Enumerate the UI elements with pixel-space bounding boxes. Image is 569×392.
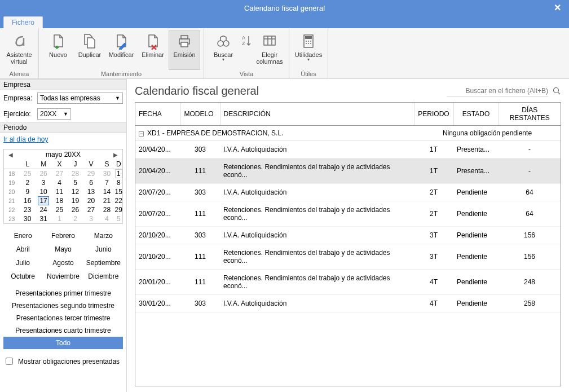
cal-day[interactable]: 26	[36, 169, 52, 179]
col-header[interactable]: FECHA	[135, 103, 180, 126]
collapse-icon[interactable]: −	[139, 131, 144, 136]
cal-day[interactable]: 18	[51, 196, 67, 205]
ribbon-sort-button[interactable]: AZ	[239, 30, 254, 70]
cal-day[interactable]: 14	[99, 187, 115, 196]
month-enero[interactable]: Enero	[3, 230, 42, 242]
cal-day[interactable]: 8	[115, 178, 122, 187]
col-header[interactable]: PERIODO	[414, 103, 453, 126]
cal-day[interactable]: 5	[68, 178, 83, 187]
cal-day[interactable]: 19	[68, 196, 83, 205]
ejercicio-select[interactable]: 20XX ▼	[37, 108, 71, 120]
preset-item[interactable]: Todo	[3, 337, 123, 349]
preset-item[interactable]: Presentaciones cuarto trimestre	[3, 324, 123, 337]
preset-item[interactable]: Presentaciones tercer trimestre	[3, 312, 123, 324]
month-febrero[interactable]: Febrero	[43, 230, 82, 242]
preset-item[interactable]: Presentaciones primer trimestre	[3, 287, 123, 299]
table-row[interactable]: 20/07/20...111Retenciones. Rendimientos …	[135, 201, 561, 227]
month-marzo[interactable]: Marzo	[84, 230, 123, 242]
ribbon-duplicar-button[interactable]: Duplicar	[74, 30, 105, 70]
group-row[interactable]: −XD1 - EMPRESA DE DEMOSTRACION, S.L.Ning…	[135, 126, 561, 141]
cal-prev-icon[interactable]: ◀	[6, 152, 15, 158]
cal-day[interactable]: 23	[20, 205, 36, 214]
month-septiembre[interactable]: Septiembre	[84, 257, 123, 269]
cal-day[interactable]: 29	[83, 169, 99, 179]
cal-day[interactable]: 16	[20, 196, 36, 205]
col-header[interactable]: ESTADO	[453, 103, 499, 126]
search-input[interactable]	[447, 86, 548, 96]
cal-day[interactable]: 15	[115, 187, 122, 196]
month-julio[interactable]: Julio	[3, 257, 42, 269]
cal-day[interactable]: 17	[36, 196, 52, 205]
cal-day[interactable]: 10	[36, 187, 52, 196]
cal-day[interactable]: 11	[51, 187, 67, 196]
table-row[interactable]: 20/04/20...111Retenciones. Rendimientos …	[135, 158, 561, 184]
cal-day[interactable]: 7	[99, 178, 115, 187]
cal-day[interactable]: 24	[36, 205, 52, 214]
month-agosto[interactable]: Agosto	[43, 257, 82, 269]
table-row[interactable]: 20/10/20...303I.V.A. Autoliquidación3TPe…	[135, 227, 561, 244]
cal-day[interactable]: 9	[20, 187, 36, 196]
ribbon-nuevo-button[interactable]: Nuevo	[42, 30, 74, 70]
table-row[interactable]: 20/07/20...303I.V.A. Autoliquidación2TPe…	[135, 184, 561, 201]
table-row[interactable]: 30/01/20...303I.V.A. Autoliquidación4TPe…	[135, 295, 561, 312]
calendar-grid[interactable]: LMXJVSD182526272829301192345678209101112…	[4, 160, 122, 223]
cal-day[interactable]: 2	[20, 178, 36, 187]
cal-day[interactable]: 27	[51, 169, 67, 179]
cal-day[interactable]: 13	[83, 187, 99, 196]
cal-day[interactable]: 28	[99, 205, 115, 214]
cal-day[interactable]: 3	[83, 214, 99, 223]
cal-day[interactable]: 21	[99, 196, 115, 205]
cal-day[interactable]: 25	[51, 205, 67, 214]
search-icon[interactable]	[553, 87, 561, 95]
ribbon-utilidades-button[interactable]: Utilidades▾	[293, 30, 324, 70]
cal-day[interactable]: 3	[36, 178, 52, 187]
cal-day[interactable]: 2	[68, 214, 83, 223]
cal-day[interactable]: 29	[115, 205, 122, 214]
cal-day[interactable]: 1	[51, 214, 67, 223]
today-link[interactable]: Ir al día de hoy	[3, 135, 48, 143]
ribbon-columnas-button[interactable]: Elegir columnas	[254, 30, 285, 70]
cal-day[interactable]: 25	[20, 169, 36, 179]
cal-day[interactable]: 30	[20, 214, 36, 223]
cal-day[interactable]: 20	[83, 196, 99, 205]
show-presented-label: Mostrar obligaciones presentadas	[18, 358, 120, 365]
table-row[interactable]: 20/10/20...111Retenciones. Rendimientos …	[135, 244, 561, 270]
month-noviembre[interactable]: Noviembre	[43, 270, 82, 283]
tab-fichero[interactable]: Fichero	[3, 16, 43, 28]
col-header[interactable]: DÍAS RESTANTES	[499, 103, 561, 126]
preset-item[interactable]: Presentaciones segundo trimestre	[3, 299, 123, 312]
cal-next-icon[interactable]: ▶	[111, 152, 120, 158]
col-header[interactable]: DESCRIPCIÓN	[220, 103, 414, 126]
ribbon-eliminar-button[interactable]: Eliminar	[137, 30, 169, 70]
cal-day[interactable]: 30	[99, 169, 115, 179]
show-presented-checkbox[interactable]	[6, 358, 13, 365]
cal-day[interactable]: 28	[68, 169, 83, 179]
month-junio[interactable]: Junio	[84, 243, 123, 256]
month-diciembre[interactable]: Diciembre	[84, 270, 123, 283]
cal-day[interactable]: 22	[115, 196, 122, 205]
cell-modelo: 111	[180, 158, 220, 184]
table-row[interactable]: 20/04/20...303I.V.A. Autoliquidación1TPr…	[135, 141, 561, 158]
month-abril[interactable]: Abril	[3, 243, 42, 256]
table-row[interactable]: 20/01/20...111Retenciones. Rendimientos …	[135, 270, 561, 295]
col-header[interactable]: MODELO	[180, 103, 220, 126]
cal-day[interactable]: 31	[36, 214, 52, 223]
cal-day[interactable]: 26	[68, 205, 83, 214]
ribbon-modificar-button[interactable]: Modificar	[105, 30, 137, 70]
close-icon[interactable]: ✕	[550, 2, 564, 13]
month-octubre[interactable]: Octubre	[3, 270, 42, 283]
cal-day[interactable]: 1	[115, 169, 122, 179]
ribbon-group-atenea-label: Atenea	[3, 70, 35, 77]
cell-fecha: 20/04/20...	[135, 141, 180, 158]
cal-day[interactable]: 5	[115, 214, 122, 223]
ribbon-buscar-button[interactable]: Buscar▾	[208, 30, 239, 70]
cal-day[interactable]: 4	[99, 214, 115, 223]
cal-day[interactable]: 12	[68, 187, 83, 196]
ribbon-asistente-button[interactable]: Asistente virtual	[3, 30, 35, 70]
empresa-select[interactable]: Todas las empresas ▼	[37, 93, 123, 104]
cal-day[interactable]: 6	[83, 178, 99, 187]
month-mayo[interactable]: Mayo	[43, 243, 82, 256]
cal-day[interactable]: 4	[51, 178, 67, 187]
ribbon-emision-button[interactable]: Emisión	[169, 30, 200, 70]
cal-day[interactable]: 27	[83, 205, 99, 214]
